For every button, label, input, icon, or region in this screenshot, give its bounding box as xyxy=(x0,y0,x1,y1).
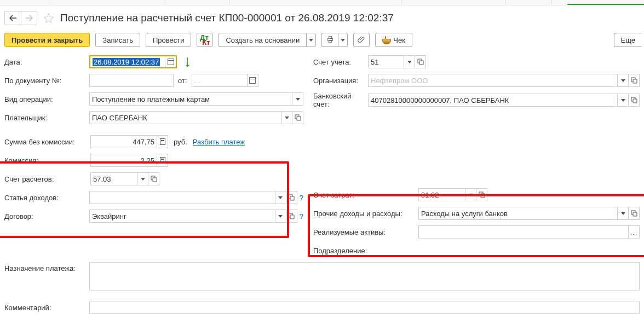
assets-field[interactable] xyxy=(419,226,628,238)
optype-label: Вид операции: xyxy=(4,95,89,103)
accent-bar xyxy=(567,4,644,5)
dropdown-caret-icon[interactable] xyxy=(617,207,628,219)
nav-back-button[interactable] xyxy=(4,11,21,25)
purpose-label: Назначение платежа: xyxy=(4,262,89,272)
dropdown-caret-icon[interactable] xyxy=(404,56,415,68)
contract-field[interactable]: Эквайринг xyxy=(90,210,275,222)
open-icon[interactable] xyxy=(286,210,297,222)
currency-unit: руб. xyxy=(174,138,187,146)
docnum-field[interactable] xyxy=(90,74,173,86)
split-payment-link[interactable]: Разбить платеж xyxy=(193,138,245,146)
ellipsis-icon[interactable]: ... xyxy=(628,226,639,238)
other-income-expense-label: Прочие доходы и расходы: xyxy=(313,210,418,218)
calculator-icon[interactable] xyxy=(157,154,168,166)
open-icon[interactable] xyxy=(628,94,639,106)
receipt-icon xyxy=(382,36,390,44)
title-bar: Поступление на расчетный счет КП00-00000… xyxy=(0,5,644,32)
create-based-on-button[interactable]: Создать на основании xyxy=(219,33,306,47)
payer-field[interactable]: ПАО СБЕРБАНК xyxy=(90,112,281,124)
open-icon[interactable] xyxy=(628,207,639,219)
help-icon[interactable]: ? xyxy=(300,212,303,220)
cost-account-label: Счет затрат: xyxy=(313,191,418,199)
income-item-label: Статья доходов: xyxy=(4,194,89,202)
paperclip-icon xyxy=(358,36,365,45)
calculator-icon[interactable] xyxy=(157,136,168,148)
more-button[interactable]: Еще xyxy=(614,33,642,47)
toolbar: Провести и закрыть Записать Провести ДтК… xyxy=(0,32,644,55)
contract-label: Договор: xyxy=(4,212,89,220)
save-button[interactable]: Записать xyxy=(95,33,140,47)
bank-account-label: Банковский счет: xyxy=(313,92,368,108)
new-doc-icon[interactable] xyxy=(181,58,193,66)
sum-label: Сумма без комиссии: xyxy=(4,138,90,146)
dropdown-caret-icon[interactable] xyxy=(465,189,476,201)
comment-field[interactable] xyxy=(90,301,639,313)
printer-icon xyxy=(326,36,334,45)
page-title: Поступление на расчетный счет КП00-00000… xyxy=(60,12,394,24)
date-label: Дата: xyxy=(4,58,89,66)
cost-account-field[interactable]: 91.02 xyxy=(419,189,465,201)
dropdown-caret-icon[interactable] xyxy=(617,74,628,86)
create-based-on-caret[interactable] xyxy=(306,33,316,47)
settlement-account-label: Счет расчетов: xyxy=(4,175,90,183)
sum-field[interactable]: 447,75 xyxy=(91,136,157,148)
optype-select[interactable]: Поступление по платежным картам xyxy=(90,93,292,105)
account-label: Счет учета: xyxy=(313,58,368,66)
calendar-icon[interactable] xyxy=(247,74,258,86)
comment-label: Комментарий: xyxy=(4,304,89,312)
bank-account-field[interactable]: 40702810000000000007, ПАО СБЕРБАНК xyxy=(369,94,617,106)
dtkt-button[interactable]: ДтКт xyxy=(197,33,213,47)
open-icon[interactable] xyxy=(148,173,159,185)
dropdown-caret-icon[interactable] xyxy=(275,191,286,203)
income-item-field[interactable] xyxy=(90,191,275,203)
dropdown-caret-icon[interactable] xyxy=(292,93,303,105)
favorite-star-icon[interactable] xyxy=(43,12,55,24)
post-button[interactable]: Провести xyxy=(146,33,192,47)
settlement-account-field[interactable]: 57.03 xyxy=(91,173,137,185)
dropdown-caret-icon[interactable] xyxy=(281,112,292,124)
print-caret[interactable] xyxy=(338,33,348,47)
date-field[interactable]: 26.08.2019 12:02:37 xyxy=(90,56,165,67)
open-icon[interactable] xyxy=(286,191,297,203)
dropdown-caret-icon[interactable] xyxy=(275,210,286,222)
docnum-from-label: от: xyxy=(178,77,187,85)
open-icon[interactable] xyxy=(628,74,639,86)
organization-label: Организация: xyxy=(313,77,368,85)
calendar-icon[interactable] xyxy=(165,56,176,67)
commission-label: Комиссия: xyxy=(4,156,90,165)
docnum-date-field[interactable]: . . xyxy=(192,74,247,86)
purpose-textarea[interactable] xyxy=(89,262,640,290)
cheque-button[interactable]: Чек xyxy=(375,33,412,47)
other-income-expense-field[interactable]: Расходы на услуги банков xyxy=(419,207,617,219)
print-button[interactable] xyxy=(321,33,338,47)
payer-label: Плательщик: xyxy=(4,114,89,122)
open-icon[interactable] xyxy=(415,56,426,68)
open-icon[interactable] xyxy=(292,112,303,124)
docnum-label: По документу №: xyxy=(4,77,89,85)
svg-rect-1 xyxy=(329,36,331,38)
nav-forward-button[interactable] xyxy=(21,11,37,25)
commission-field[interactable]: 2,25 xyxy=(91,154,157,166)
dropdown-caret-icon[interactable] xyxy=(617,94,628,106)
attachment-button[interactable] xyxy=(353,33,370,47)
assets-label: Реализуемые активы: xyxy=(313,228,418,236)
open-icon[interactable] xyxy=(476,189,487,201)
account-field[interactable]: 51 xyxy=(369,56,404,68)
dropdown-caret-icon[interactable] xyxy=(137,173,148,185)
help-icon[interactable]: ? xyxy=(300,194,303,202)
organization-field[interactable]: Нефтепром ООО xyxy=(369,74,617,86)
department-label: Подразделение: xyxy=(313,247,418,255)
post-and-close-button[interactable]: Провести и закрыть xyxy=(4,33,90,47)
dtkt-icon: ДтКт xyxy=(200,35,210,45)
